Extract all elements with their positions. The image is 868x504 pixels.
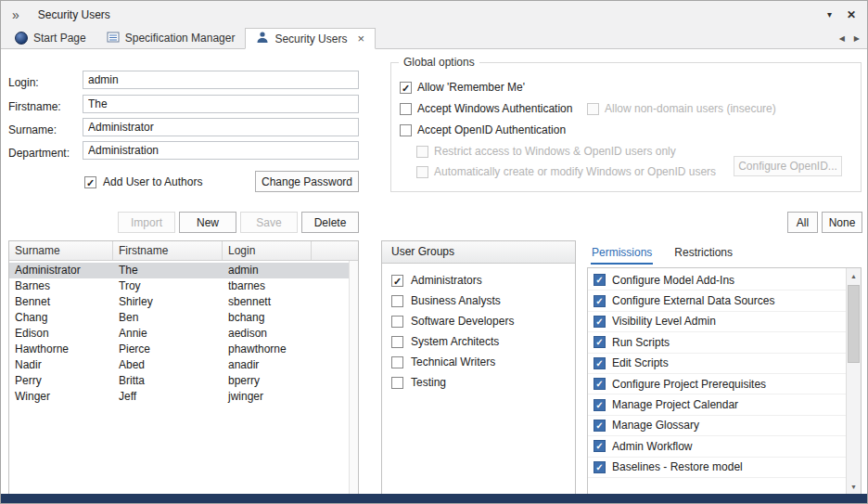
add-user-to-authors-checkbox[interactable] (84, 176, 96, 188)
user-row[interactable]: BennetShirleysbennett (9, 294, 349, 310)
firstname-input[interactable] (83, 95, 359, 113)
permission-item: Manage Project Calendar (588, 394, 846, 415)
users-table-scrollbar[interactable] (349, 261, 358, 495)
user-group-item: Software Developers (391, 311, 575, 331)
option-row: Allow 'Remember Me' (400, 81, 525, 94)
tab-restrictions[interactable]: Restrictions (673, 240, 734, 265)
checkbox-label: Software Developers (411, 315, 514, 328)
allow-non-domain-users-checkbox (587, 103, 599, 115)
user-row[interactable]: EdisonAnnieaedison (9, 326, 349, 342)
close-icon[interactable]: ✕ (847, 8, 856, 21)
all-button[interactable]: All (787, 212, 818, 233)
checkbox[interactable] (391, 316, 403, 328)
user-cell: bchang (223, 310, 312, 326)
change-password-button[interactable]: Change Password (255, 171, 359, 192)
checkbox-label: Configure External Data Sources (612, 294, 774, 307)
user-row[interactable]: BarnesTroytbarnes (9, 278, 349, 294)
user-cell: Winger (9, 389, 113, 405)
department-input[interactable] (83, 141, 359, 160)
checkbox[interactable] (594, 399, 606, 411)
configure-openid-button: Configure OpenID... (734, 156, 842, 176)
user-cell: Hawthorne (9, 342, 113, 357)
checkbox[interactable] (594, 274, 606, 286)
checkbox-label: Automatically create or modify Windows o… (434, 165, 716, 178)
tab-scroll-right-icon[interactable]: ▶ (854, 34, 860, 43)
permissions-list: Configure Model Add-InsConfigure Externa… (588, 268, 846, 495)
new-button[interactable]: New (179, 212, 236, 233)
checkbox-label: System Architects (411, 335, 499, 348)
user-row[interactable]: AdministratorTheadmin (9, 263, 349, 278)
option-row: Restrict access to Windows & OpenID user… (416, 145, 676, 158)
user-cell: Britta (113, 373, 223, 389)
checkbox[interactable] (594, 295, 606, 307)
tab-security-users[interactable]: Security Users × (245, 28, 376, 49)
group-title: Global options (399, 56, 479, 69)
column-header-filler (312, 241, 358, 260)
permissions-scrollbar[interactable]: ▲ ▼ (846, 268, 861, 495)
column-header-firstname[interactable]: Firstname (113, 241, 223, 260)
scrollbar-thumb[interactable] (848, 285, 860, 363)
checkbox[interactable] (391, 275, 403, 287)
checkbox[interactable] (594, 336, 606, 348)
checkbox[interactable] (594, 316, 606, 328)
checkbox-label: Configure Project Prerequisites (612, 378, 766, 391)
user-cell: Ben (113, 310, 223, 326)
checkbox[interactable] (391, 336, 403, 348)
tab-start-page[interactable]: Start Page (5, 28, 96, 48)
permissions-tabbar: Permissions Restrictions (591, 240, 734, 265)
checkbox-label: Admin Workflow (612, 440, 692, 453)
close-tab-icon[interactable]: × (357, 32, 364, 45)
surname-input[interactable] (83, 118, 359, 136)
none-button[interactable]: None (822, 212, 862, 233)
delete-button[interactable]: Delete (301, 212, 359, 233)
user-row[interactable]: PerryBrittabperry (9, 373, 349, 389)
tab-permissions[interactable]: Permissions (591, 240, 653, 265)
permission-item: Edit Scripts (588, 354, 846, 374)
user-groups-panel: User Groups AdministratorsBusiness Analy… (381, 240, 576, 496)
checkbox[interactable] (391, 295, 403, 307)
user-cell: Edison (9, 326, 113, 342)
user-row[interactable]: HawthornePiercephawthorne (9, 342, 349, 357)
user-row[interactable]: ChangBenbchang (9, 310, 349, 326)
option-row: Accept OpenID Authentication (400, 123, 566, 136)
add-user-to-authors-row: Add User to Authors (84, 175, 202, 188)
checkbox-label: Baselines - Restore model (612, 460, 743, 473)
login-input[interactable] (83, 71, 359, 89)
user-cell: Abed (113, 357, 223, 373)
accept-openid-auth-checkbox[interactable] (400, 124, 412, 136)
collapse-panel-icon[interactable]: » (12, 7, 19, 22)
chevron-down-icon[interactable]: ▾ (827, 9, 832, 19)
user-group-item: Administrators (391, 270, 575, 291)
checkbox[interactable] (594, 440, 606, 452)
column-header-surname[interactable]: Surname (9, 241, 113, 260)
checkbox[interactable] (391, 356, 403, 368)
user-cell: anadir (223, 357, 312, 373)
user-row[interactable]: WingerJeffjwinger (9, 389, 349, 405)
checkbox[interactable] (594, 378, 606, 390)
user-row[interactable]: NadirAbedanadir (9, 357, 349, 373)
checkbox[interactable] (391, 377, 403, 389)
tab-specification-manager[interactable]: Specification Manager (96, 28, 246, 48)
permission-item: Baselines - Restore model (588, 458, 846, 478)
security-users-window: » Security Users ▾ ✕ Start Page Specific… (0, 0, 868, 504)
checkbox[interactable] (594, 420, 606, 432)
checkbox[interactable] (594, 357, 606, 369)
allow-remember-me-checkbox[interactable] (400, 82, 412, 94)
permissions-panel: Configure Model Add-InsConfigure Externa… (587, 267, 862, 496)
tab-label: Start Page (33, 32, 86, 45)
accept-windows-auth-checkbox[interactable] (400, 103, 412, 115)
option-row: Automatically create or modify Windows o… (416, 165, 716, 178)
user-cell: Perry (9, 373, 113, 389)
column-header-login[interactable]: Login (223, 241, 312, 260)
checkbox[interactable] (594, 461, 606, 473)
user-cell: jwinger (223, 389, 312, 405)
save-button: Save (240, 212, 298, 233)
tab-scroll-left-icon[interactable]: ◀ (839, 34, 845, 43)
form-action-buttons: ImportNewSaveDelete (8, 212, 359, 233)
tab-label: Security Users (274, 32, 347, 45)
checkbox-label: Visibility Level Admin (612, 315, 716, 328)
scroll-up-icon[interactable]: ▲ (847, 269, 861, 283)
scroll-down-icon[interactable]: ▼ (847, 480, 861, 494)
security-users-icon (256, 31, 269, 46)
permission-item: Configure Project Prerequisites (588, 374, 846, 394)
